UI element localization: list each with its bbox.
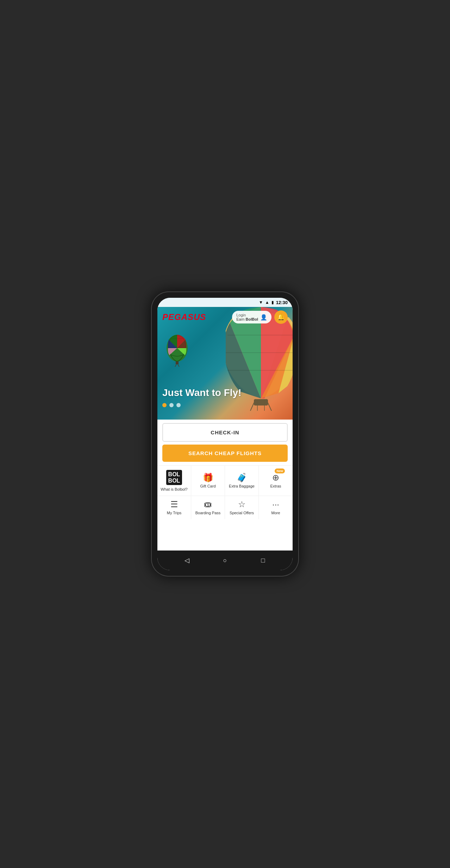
star-icon: ☆ xyxy=(238,500,246,509)
bell-icon: 🔔 xyxy=(277,313,285,321)
gift-icon: 🎁 xyxy=(203,473,213,482)
special-offers-label: Special Offers xyxy=(230,511,254,515)
icon-grid-row2: ☰ My Trips 🎟 Boarding Pass ☆ Special Off… xyxy=(157,496,293,519)
extra-baggage-item[interactable]: 🧳 Extra Baggage xyxy=(225,466,259,496)
phone-frame: ▼ ▲ ▮ 12:30 xyxy=(151,291,299,577)
dot-1[interactable] xyxy=(162,403,167,407)
status-time: 12:30 xyxy=(276,300,288,305)
special-offers-item[interactable]: ☆ Special Offers xyxy=(225,496,259,519)
my-trips-label: My Trips xyxy=(167,511,182,515)
new-badge: New xyxy=(275,468,285,473)
my-trips-icon: ☰ xyxy=(170,500,178,509)
my-trips-item[interactable]: ☰ My Trips xyxy=(157,496,191,519)
boarding-pass-item[interactable]: 🎟 Boarding Pass xyxy=(191,496,225,519)
hero-header: PEGASUS LoginEarn BolBol 👤 🔔 xyxy=(157,307,293,327)
more-icon: ··· xyxy=(272,500,279,509)
boarding-pass-label: Boarding Pass xyxy=(195,511,221,515)
bolbol-item[interactable]: BOLBOL What is Bolbol? xyxy=(157,466,191,496)
bell-button[interactable]: 🔔 xyxy=(274,310,288,324)
wifi-icon: ▼ xyxy=(259,300,263,305)
phone-screen: ▼ ▲ ▮ 12:30 xyxy=(157,298,293,570)
extras-label: Extras xyxy=(270,484,281,488)
cta-section: CHECK-IN SEARCH CHEAP FLIGHTS xyxy=(157,420,293,465)
dot-3[interactable] xyxy=(176,403,181,407)
signal-icon: ▲ xyxy=(265,300,269,305)
status-bar: ▼ ▲ ▮ 12:30 xyxy=(157,298,293,307)
gift-card-item[interactable]: 🎁 Gift Card xyxy=(191,466,225,496)
search-flights-button[interactable]: SEARCH CHEAP FLIGHTS xyxy=(162,445,288,462)
login-text: LoginEarn BolBol xyxy=(236,313,258,321)
hero-tagline: Just Want to Fly! xyxy=(162,388,242,398)
svg-rect-3 xyxy=(176,361,179,364)
recent-button[interactable]: □ xyxy=(258,555,268,565)
svg-line-5 xyxy=(178,364,179,367)
home-button[interactable]: ○ xyxy=(220,555,230,565)
svg-rect-9 xyxy=(254,399,268,405)
extra-baggage-label: Extra Baggage xyxy=(229,484,255,488)
extras-item[interactable]: New ⊕ Extras xyxy=(259,466,293,496)
icon-grid-row1: BOLBOL What is Bolbol? 🎁 Gift Card 🧳 Ext… xyxy=(157,465,293,496)
hero-dots xyxy=(162,403,181,407)
pegasus-logo: PEGASUS xyxy=(162,312,206,322)
back-button[interactable]: ◁ xyxy=(182,555,192,565)
bolbol-label: What is Bolbol? xyxy=(161,487,187,491)
small-balloon-icon xyxy=(165,333,189,367)
checkin-button[interactable]: CHECK-IN xyxy=(162,423,288,442)
battery-icon: ▮ xyxy=(271,300,274,305)
login-button[interactable]: LoginEarn BolBol 👤 xyxy=(232,311,271,323)
dot-2[interactable] xyxy=(169,403,174,407)
baggage-icon: 🧳 xyxy=(237,473,247,482)
more-label: More xyxy=(271,511,280,515)
extras-icon: ⊕ xyxy=(272,473,279,482)
bolbol-logo-icon: BOLBOL xyxy=(166,470,182,485)
svg-line-4 xyxy=(175,364,176,367)
more-item[interactable]: ··· More xyxy=(259,496,293,519)
boarding-pass-icon: 🎟 xyxy=(204,500,212,509)
header-right: LoginEarn BolBol 👤 🔔 xyxy=(232,310,288,324)
person-icon: 👤 xyxy=(260,314,267,321)
gift-card-label: Gift Card xyxy=(200,484,215,488)
nav-bar: ◁ ○ □ xyxy=(157,551,293,570)
hero-section: PEGASUS LoginEarn BolBol 👤 🔔 Just Want t… xyxy=(157,307,293,420)
